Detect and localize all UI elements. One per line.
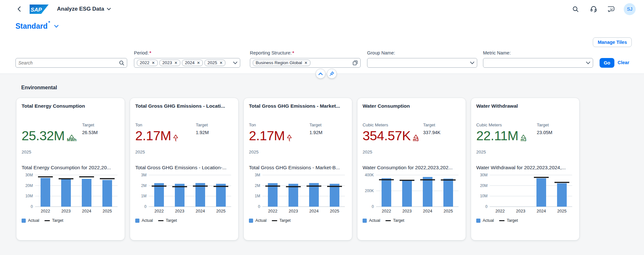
legend-target-label: Target	[166, 218, 177, 223]
token-remove-icon[interactable]: ✕	[152, 61, 155, 65]
svg-text:2025: 2025	[557, 209, 567, 213]
legend-actual-label: Actual	[142, 218, 153, 223]
legend-actual-label: Actual	[483, 218, 494, 223]
chevron-down-icon[interactable]	[470, 62, 474, 64]
svg-text:0: 0	[144, 204, 147, 209]
svg-text:400K: 400K	[365, 173, 374, 177]
svg-text:2023: 2023	[289, 209, 298, 213]
manage-tiles-button[interactable]: Manage Tiles	[593, 37, 632, 47]
metric-name-select[interactable]	[483, 58, 593, 68]
search-icon	[573, 6, 579, 12]
legend-actual-swatch	[22, 219, 26, 223]
shell-header: SAP Analyze ESG Data SJ	[0, 0, 644, 18]
period-multicombobox[interactable]: 2022✕ 2023✕ 2024✕ 2025✕	[134, 58, 240, 68]
svg-text:30M: 30M	[25, 173, 33, 177]
go-button[interactable]: Go	[600, 58, 614, 68]
tile-container: Total Energy Consumption 25.32M MWh	[16, 98, 579, 240]
svg-text:2024: 2024	[309, 209, 319, 213]
svg-text:2025: 2025	[103, 209, 112, 213]
search-button[interactable]	[570, 3, 581, 15]
chevron-down-icon[interactable]	[233, 62, 237, 64]
reporting-structure-input[interactable]: Business Region Global✕	[250, 58, 361, 68]
variant-title: Standard*	[15, 22, 50, 31]
legend-actual-swatch	[476, 219, 480, 223]
pin-icon	[329, 71, 334, 76]
tile-title: Water Withdrawal	[476, 103, 574, 109]
target-label: Target	[309, 123, 322, 128]
svg-text:2025: 2025	[330, 209, 339, 213]
search-input[interactable]	[18, 60, 119, 65]
chart-title: Total Energy Consumption for 2022,20...	[22, 165, 119, 171]
period-token[interactable]: 2024✕	[182, 60, 203, 66]
svg-text:2M: 2M	[141, 183, 147, 188]
support-button[interactable]	[588, 3, 599, 15]
search-field[interactable]	[15, 58, 127, 68]
chevron-down-icon[interactable]	[586, 62, 590, 64]
clear-button[interactable]: Clear	[618, 60, 629, 65]
token-remove-icon[interactable]: ✕	[174, 61, 177, 65]
kpi-year: 2025	[22, 150, 119, 154]
chart-title: Total Gross GHG Emissions - Market-B...	[249, 165, 347, 171]
deviation-indicator: m3	[413, 134, 419, 143]
legend-target-label: Target	[279, 218, 291, 223]
svg-text:30M: 30M	[480, 173, 488, 177]
app-title: Analyze ESG Data	[57, 6, 104, 12]
kpi-row: Ton 2.17M t Target 1.92M	[135, 123, 233, 142]
search-icon[interactable]	[119, 60, 124, 66]
token-remove-icon[interactable]: ✕	[219, 61, 223, 65]
pin-filter-bar-button[interactable]	[327, 69, 337, 79]
tile-title: Total Energy Consumption	[22, 103, 119, 109]
svg-text:2M: 2M	[255, 183, 260, 188]
kpi-year: 2025	[476, 150, 574, 154]
feedback-button[interactable]	[606, 3, 617, 15]
avatar[interactable]: SJ	[624, 3, 636, 15]
target-label: Target	[423, 123, 440, 128]
group-name-select[interactable]	[367, 58, 477, 68]
analyze-esg-data-page: SAP Analyze ESG Data SJ Standard* Manage…	[0, 0, 644, 255]
kpi-tile-ghg-location-based[interactable]: Total Gross GHG Emissions - Locati... To…	[130, 98, 238, 240]
token-remove-icon[interactable]: ✕	[197, 61, 200, 65]
svg-text:0: 0	[485, 204, 488, 209]
bar-chart: 010M20M30M2022202320242025	[476, 172, 574, 215]
kpi-year: 2025	[363, 150, 460, 154]
target-value: 1.92M	[196, 130, 209, 135]
svg-text:0: 0	[31, 204, 33, 209]
kpi-value: 22.11M	[476, 129, 518, 142]
period-token[interactable]: 2022✕	[137, 60, 158, 66]
kpi-tile-water-consumption[interactable]: Water Consumption Cubic Meters 354.57K m…	[357, 98, 466, 240]
kpi-tile-water-withdrawal[interactable]: Water Withdrawal Cubic Meters 22.11M m3	[471, 98, 579, 240]
app-title-menu[interactable]: Analyze ESG Data	[57, 6, 111, 12]
tile-title: Total Gross GHG Emissions - Locati...	[135, 103, 233, 109]
reporting-structure-token[interactable]: Business Region Global✕	[253, 60, 310, 66]
kpi-value: 354.57K	[363, 129, 411, 142]
deviation-indicator: t	[287, 134, 292, 143]
back-chevron-icon	[17, 6, 21, 12]
svg-text:2022: 2022	[155, 209, 164, 213]
legend-target-swatch	[272, 220, 277, 221]
svg-text:2022: 2022	[268, 209, 278, 213]
required-asterisk: *	[292, 50, 294, 55]
legend-target-label: Target	[393, 218, 404, 223]
legend-target-label: Target	[507, 218, 518, 223]
kpi-tile-total-energy-consumption[interactable]: Total Energy Consumption 25.32M MWh	[16, 98, 125, 240]
period-token[interactable]: 2023✕	[159, 60, 180, 66]
group-name-label: Group Name:	[367, 50, 395, 55]
value-help-icon[interactable]	[353, 60, 358, 65]
legend-actual-label: Actual	[28, 218, 39, 223]
token-remove-icon[interactable]: ✕	[304, 61, 308, 65]
svg-text:2024: 2024	[82, 209, 91, 213]
target-label: Target	[82, 123, 98, 128]
chart-title: Total Gross GHG Emissions - Location-...	[135, 165, 233, 171]
chart-legend: Actual Target	[363, 218, 460, 223]
svg-text:2024: 2024	[196, 209, 205, 213]
collapse-filter-bar-button[interactable]	[316, 69, 326, 79]
period-label: Period:*	[134, 50, 151, 55]
variant-selector[interactable]: Standard*	[15, 22, 59, 31]
chevron-up-icon	[318, 73, 323, 75]
kpi-year: 2025	[135, 150, 233, 154]
svg-text:2024: 2024	[537, 209, 546, 213]
svg-text:3M: 3M	[255, 173, 260, 177]
back-button[interactable]	[14, 4, 24, 14]
period-token[interactable]: 2025✕	[204, 60, 225, 66]
kpi-tile-ghg-market-based[interactable]: Total Gross GHG Emissions - Market... To…	[244, 98, 352, 240]
